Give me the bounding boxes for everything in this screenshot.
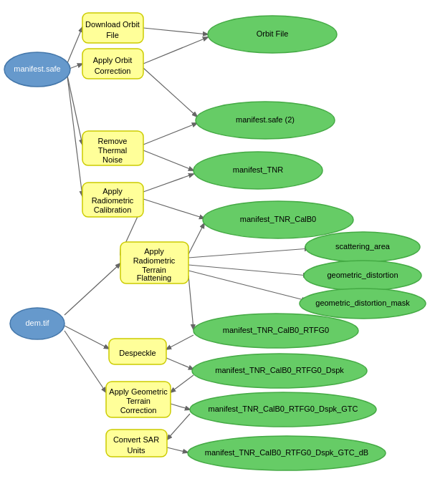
apply-radio-cal-label2: Radiometric [92,196,134,205]
convert-sar-label2: Units [127,446,145,455]
manifest-rtfg0-dspk-gtc-db-label: manifest_TNR_CalB0_RTFG0_Dspk_GTC_dB [205,448,368,457]
apply-geo-terrain-label2: Terrain [126,397,150,405]
download-orbit-label2: File [106,31,119,39]
apply-radio-terrain-label: Apply [144,247,164,256]
geometric-distortion-mask-label: geometric_distortion_mask [315,299,410,307]
apply-radio-terrain-label2: Radiometric [133,256,176,265]
remove-thermal-label3: Noise [102,155,123,164]
orbit-file-label: Orbit File [257,29,289,38]
apply-orbit-label2: Correction [95,67,131,75]
remove-thermal-label2: Thermal [98,146,127,155]
scattering-area-label: scattering_area [335,242,391,251]
download-orbit-label: Download Orbit [85,20,140,29]
apply-radio-cal-label: Apply [102,187,123,195]
apply-geo-terrain-label: Apply Geometric [109,387,168,396]
manifest-tnr-label: manifest_TNR [233,165,283,174]
convert-sar-label: Convert SAR [113,435,159,444]
manifest-tnr-calb0-label: manifest_TNR_CalB0 [240,215,316,223]
remove-thermal-label: Remove [98,137,128,145]
manifest-rtfg0-dspk-label: manifest_TNR_CalB0_RTFG0_Dspk [215,366,344,374]
manifest-safe-label: manifest.safe [14,64,60,73]
geometric-distortion-label: geometric_distortion [327,271,398,279]
apply-radio-terrain-label4: Flattening [137,273,171,282]
dem-tif-label: dem.tif [25,319,49,327]
manifest-rtfg0-label: manifest_TNR_CalB0_RTFG0 [223,326,329,334]
manifest-rtfg0-dspk-gtc-label: manifest_TNR_CalB0_RTFG0_Dspk_GTC [209,404,358,413]
apply-orbit-label: Apply Orbit [93,56,132,64]
apply-geo-terrain-label3: Correction [120,406,157,415]
manifest-safe2-label: manifest.safe (2) [236,115,295,124]
despeckle-label: Despeckle [119,349,156,357]
apply-radio-cal-label3: Calibration [94,205,132,214]
